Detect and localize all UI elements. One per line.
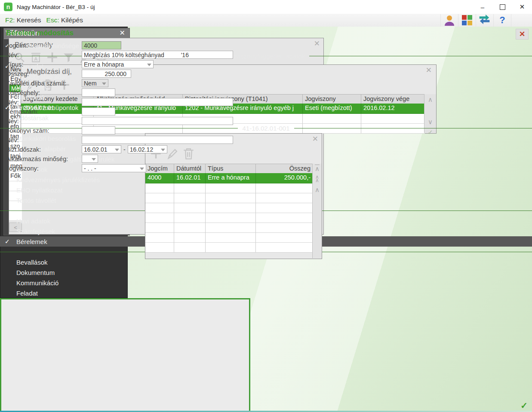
field-input[interactable]: 4000: [82, 41, 121, 49]
field-label: Jogcím:: [6, 42, 28, 49]
field-dash: -: [121, 146, 128, 153]
help-icon[interactable]: ?: [493, 14, 511, 27]
dialog-field-row: Jogcím:4000: [0, 41, 532, 51]
table-cell-empty: [206, 183, 256, 193]
menu-item-label: Bevallások: [16, 259, 48, 266]
table-cell-empty: [174, 233, 206, 243]
dialog-field-row: Név:: [0, 117, 532, 126]
table-cell: 4000: [145, 173, 174, 183]
field-input[interactable]: 250.000: [82, 70, 131, 78]
field-input[interactable]: [82, 117, 233, 125]
field-label: Név:: [6, 99, 19, 106]
table-row-empty[interactable]: [145, 233, 313, 243]
field-input[interactable]: [82, 136, 233, 144]
scroll-double-chevron-up-icon[interactable]: ∧∧: [313, 175, 322, 182]
table-row-empty[interactable]: [145, 213, 313, 223]
field-input[interactable]: [82, 89, 115, 97]
field-input[interactable]: Megbízás 10% költséghányad '16: [82, 51, 233, 59]
table-cell-empty: [206, 243, 256, 253]
dialog-field-row: Típus:Erre a hónapra: [0, 60, 532, 70]
menu-item[interactable]: Feladat: [0, 288, 532, 298]
menu-item-label: Számfejtések: [16, 228, 55, 235]
table-cell-empty: [174, 223, 206, 233]
table-cell-empty: [174, 183, 206, 193]
field-input[interactable]: [82, 107, 115, 116]
table-cell-empty: [256, 223, 313, 233]
table-cell-empty: [174, 243, 206, 253]
menu-item-label: Bérelemek: [16, 238, 47, 245]
field-control: [82, 107, 115, 116]
field-control: [82, 155, 98, 163]
scroll-chevron-up-icon[interactable]: ∧: [313, 186, 322, 194]
table-row-empty[interactable]: [145, 203, 313, 213]
table-cell-empty: [206, 223, 256, 233]
menubar-exit[interactable]: Esc: Kilépés: [46, 16, 83, 24]
app-title: Nagy Machinátor - Bér_B3 - új: [17, 4, 95, 10]
transfer-icon[interactable]: [476, 14, 493, 27]
dialog-field-row: Név:: [0, 136, 532, 145]
field-select[interactable]: Nem: [82, 79, 108, 87]
berelemek-scrollbar[interactable]: ∧∧∧∧: [312, 164, 322, 258]
close-button[interactable]: ✕: [512, 0, 532, 14]
menu-check-icon: ✓: [5, 238, 13, 245]
dialog-confirm-icon[interactable]: ✓: [520, 400, 528, 411]
app-logo-icon: n: [4, 3, 12, 11]
field-control: Erre a hónapra: [82, 60, 154, 68]
table-row-empty[interactable]: [145, 243, 313, 253]
menu-item[interactable]: Kommunikáció: [0, 278, 532, 288]
table-cell-empty: [145, 183, 174, 193]
table-cell-empty: [174, 203, 206, 213]
field-control: [82, 89, 115, 97]
table-row-empty[interactable]: [145, 183, 313, 193]
field-input[interactable]: [82, 126, 115, 134]
dialog-field-row: Név:: [0, 98, 532, 107]
menubar-search-key: F2:: [5, 16, 15, 24]
app-titlebar: n Nagy Machinátor - Bér_B3 - új – ✕: [0, 0, 532, 14]
dialog-field-row: Jogviszony:- . . -: [0, 164, 532, 174]
field-select[interactable]: - . . -: [82, 164, 146, 172]
menubar-search-label: Keresés: [17, 16, 41, 24]
field-control: 250.000: [82, 70, 131, 78]
field-select[interactable]: Erre a hónapra: [82, 60, 154, 68]
minimize-button[interactable]: –: [473, 0, 492, 14]
field-select[interactable]: [82, 155, 98, 163]
field-label: Főkönyvi szám:: [6, 127, 49, 134]
user-icon[interactable]: [440, 14, 458, 27]
table-cell-empty: [256, 213, 313, 223]
table-cell-empty: [206, 203, 256, 213]
dialog-field-row: Összeg:250.000: [0, 70, 532, 79]
field-input[interactable]: [82, 98, 233, 106]
field-control: [82, 126, 115, 134]
chevron-down-icon: [147, 64, 151, 66]
maximize-button[interactable]: [492, 0, 512, 14]
field-label: Alkalkmazás minőség:: [6, 156, 68, 162]
field-control: 4000: [82, 41, 121, 49]
dialog-title: Bérelem módosítás: [6, 29, 74, 37]
berelem-modositas-dialog: Bérelem módosítás ✕ Jogcím:4000Név:Megbí…: [0, 298, 250, 412]
menubar: F2: Keresés Esc: Kilépés ?: [0, 14, 532, 27]
field-control: [82, 117, 233, 125]
table-cell: 16.02.01: [174, 173, 206, 183]
dialog-close-button[interactable]: ✕: [516, 29, 529, 40]
field-label: Költséghely:: [6, 89, 40, 96]
field-control: [82, 136, 233, 144]
field-select-to[interactable]: 16.02.12: [128, 145, 167, 153]
table-cell-empty: [256, 233, 313, 243]
dialog-field-row: Főkönyvi szám:: [0, 126, 532, 136]
field-control: Nem: [82, 79, 108, 87]
modules-icon[interactable]: [458, 14, 476, 27]
dialog-field-row: Alkalkmazás minőség:: [0, 155, 532, 164]
table-row-empty[interactable]: [145, 193, 313, 203]
field-control: 16.02.01-16.02.12: [82, 145, 167, 153]
table-row-empty[interactable]: [145, 223, 313, 233]
fomenu-close-icon[interactable]: ✕: [120, 29, 125, 37]
dialog-field-row: Bizt.időszak:16.02.01-16.02.12: [0, 145, 532, 155]
table-row[interactable]: 400016.02.01Erre a hónapra250.000,-: [145, 173, 313, 183]
menubar-search[interactable]: F2: Keresés: [5, 16, 41, 24]
dialog-close-icon: ✕: [519, 30, 525, 39]
table-cell-empty: [206, 233, 256, 243]
menu-item[interactable]: Dokumentum: [0, 267, 532, 278]
field-select-from[interactable]: 16.02.01: [82, 145, 121, 153]
menu-item-label: Kommunikáció: [16, 279, 58, 287]
chevron-down-icon: [92, 158, 96, 161]
